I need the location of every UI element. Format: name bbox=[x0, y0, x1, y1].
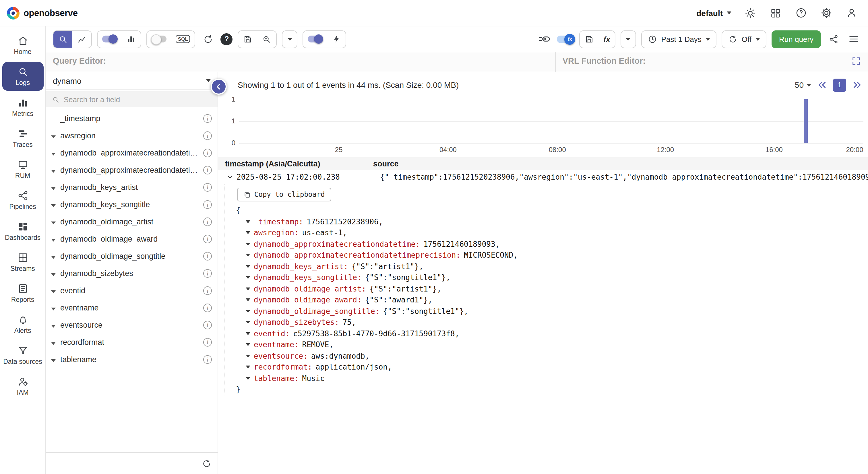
current-page-button[interactable]: 1 bbox=[833, 78, 846, 92]
stream-select[interactable]: dynamo bbox=[46, 72, 218, 90]
query-help-icon[interactable]: ? bbox=[221, 33, 233, 45]
collapse-triangle-icon[interactable] bbox=[246, 220, 250, 223]
sidebar-item-logs[interactable]: Logs bbox=[2, 62, 43, 91]
collapse-triangle-icon[interactable] bbox=[246, 321, 250, 324]
chevron-down-icon[interactable] bbox=[51, 338, 57, 346]
collapse-triangle-icon[interactable] bbox=[246, 377, 250, 380]
reset-query-icon[interactable] bbox=[200, 30, 216, 48]
copy-to-clipboard-button[interactable]: Copy to clipboard bbox=[237, 188, 331, 201]
sidebar-item-rum[interactable]: RUM bbox=[2, 155, 43, 184]
field-list-item[interactable]: awsregion i bbox=[46, 127, 218, 144]
account-person-icon[interactable] bbox=[845, 7, 858, 19]
json-key[interactable]: awsregion: bbox=[254, 227, 299, 239]
collapse-triangle-icon[interactable] bbox=[246, 343, 250, 346]
histogram-toggle[interactable] bbox=[98, 31, 122, 48]
json-key[interactable]: dynamodb_approximatecreationdatetime: bbox=[254, 239, 420, 250]
field-list-item[interactable]: dynamodb_approximatecreationdatetime i bbox=[46, 144, 218, 161]
field-info-icon[interactable]: i bbox=[203, 355, 212, 364]
json-key[interactable]: eventid: bbox=[254, 328, 290, 339]
field-list-item[interactable]: dynamodb_keys_artist i bbox=[46, 179, 218, 196]
sidebar-item-streams[interactable]: Streams bbox=[2, 248, 43, 277]
field-info-icon[interactable]: i bbox=[203, 234, 212, 243]
collapse-fields-panel-button[interactable] bbox=[211, 78, 227, 95]
saved-searches-button[interactable] bbox=[257, 31, 276, 48]
chevron-down-icon[interactable] bbox=[51, 320, 57, 329]
previous-page-icon[interactable] bbox=[817, 80, 827, 90]
chevron-down-icon[interactable] bbox=[51, 217, 57, 226]
settings-gear-icon[interactable] bbox=[820, 7, 832, 19]
collapse-triangle-icon[interactable] bbox=[246, 355, 250, 357]
field-info-icon[interactable]: i bbox=[203, 148, 212, 157]
log-row[interactable]: 2025-08-25 17:02:00.238 {"_timestamp":17… bbox=[218, 170, 868, 184]
json-key[interactable]: dynamodb_oldimage_award: bbox=[254, 294, 362, 306]
field-info-icon[interactable]: i bbox=[203, 217, 212, 226]
field-info-icon[interactable]: i bbox=[203, 114, 212, 123]
json-key[interactable]: dynamodb_keys_songtitle: bbox=[254, 272, 362, 283]
sidebar-item-iam[interactable]: IAM bbox=[2, 372, 43, 401]
next-page-icon[interactable] bbox=[852, 80, 862, 90]
collapse-triangle-icon[interactable] bbox=[246, 276, 250, 279]
collapse-triangle-icon[interactable] bbox=[246, 310, 250, 313]
chevron-down-icon[interactable] bbox=[51, 200, 57, 209]
chevron-down-icon[interactable] bbox=[51, 355, 57, 364]
field-info-icon[interactable]: i bbox=[203, 200, 212, 209]
collapse-triangle-icon[interactable] bbox=[246, 231, 250, 234]
field-list-item[interactable]: dynamodb_oldimage_award i bbox=[46, 230, 218, 247]
vrl-function-toggle[interactable]: fx bbox=[557, 35, 575, 43]
save-function-button[interactable] bbox=[580, 31, 599, 48]
share-icon[interactable] bbox=[826, 30, 841, 48]
field-list-item[interactable]: eventid i bbox=[46, 282, 218, 299]
saved-search-dropdown[interactable] bbox=[282, 30, 298, 48]
field-info-icon[interactable]: i bbox=[203, 286, 212, 295]
column-header-timestamp[interactable]: timestamp (Asia/Calcutta) bbox=[218, 159, 373, 168]
field-info-icon[interactable]: i bbox=[203, 252, 212, 260]
field-info-icon[interactable]: i bbox=[203, 320, 212, 329]
collapse-triangle-icon[interactable] bbox=[246, 254, 250, 257]
run-query-button[interactable]: Run query bbox=[772, 30, 821, 48]
sidebar-item-data-sources[interactable]: Data sources bbox=[2, 341, 43, 370]
field-list-item[interactable]: eventsource i bbox=[46, 316, 218, 334]
auto-refresh-selector[interactable]: Off bbox=[722, 30, 766, 48]
chevron-down-icon[interactable] bbox=[51, 252, 57, 260]
sql-mode-toggle[interactable] bbox=[147, 31, 171, 48]
vrl-function-editor[interactable]: VRL Function Editor: bbox=[556, 52, 868, 72]
sidebar-item-metrics[interactable]: Metrics bbox=[2, 93, 43, 122]
chevron-down-icon[interactable] bbox=[51, 269, 57, 278]
field-info-icon[interactable]: i bbox=[203, 338, 212, 346]
fullscreen-icon[interactable] bbox=[851, 56, 861, 66]
json-key[interactable]: dynamodb_keys_artist: bbox=[254, 261, 348, 272]
field-search-input[interactable] bbox=[64, 95, 212, 103]
histogram-chart[interactable]: 1 1 0 25 04:00 bbox=[218, 99, 863, 157]
page-size-selector[interactable]: 50 bbox=[795, 80, 811, 90]
sidebar-item-traces[interactable]: Traces bbox=[2, 124, 43, 153]
row-expand-icon[interactable] bbox=[226, 173, 237, 181]
collapse-triangle-icon[interactable] bbox=[246, 332, 250, 335]
field-list-item[interactable]: dynamodb_oldimage_songtitle i bbox=[46, 247, 218, 264]
json-key[interactable]: eventname: bbox=[254, 339, 299, 350]
sidebar-item-alerts[interactable]: Alerts bbox=[2, 310, 43, 339]
field-info-icon[interactable]: i bbox=[203, 165, 212, 174]
field-list-item[interactable]: tablename i bbox=[46, 351, 218, 368]
field-list-item[interactable]: _timestamp i bbox=[46, 109, 218, 127]
function-dropdown[interactable] bbox=[621, 30, 636, 48]
field-info-icon[interactable]: i bbox=[203, 269, 212, 278]
collapse-triangle-icon[interactable] bbox=[246, 243, 250, 246]
chevron-down-icon[interactable] bbox=[51, 165, 57, 174]
json-key[interactable]: dynamodb_sizebytes: bbox=[254, 317, 339, 328]
field-info-icon[interactable]: i bbox=[203, 183, 212, 191]
field-list-item[interactable]: dynamodb_approximatecreationdatetimeprec… bbox=[46, 161, 218, 179]
field-info-icon[interactable]: i bbox=[203, 303, 212, 312]
field-list-item[interactable]: dynamodb_oldimage_artist i bbox=[46, 213, 218, 230]
apps-grid-icon[interactable] bbox=[769, 7, 782, 19]
chevron-down-icon[interactable] bbox=[51, 183, 57, 191]
chevron-down-icon[interactable] bbox=[51, 303, 57, 312]
search-mode-button[interactable] bbox=[53, 31, 72, 48]
refresh-fields-icon[interactable] bbox=[202, 458, 212, 469]
collapse-triangle-icon[interactable] bbox=[246, 287, 250, 290]
field-list-item[interactable]: recordformat i bbox=[46, 334, 218, 351]
sidebar-item-reports[interactable]: Reports bbox=[2, 279, 43, 308]
chevron-down-icon[interactable] bbox=[51, 286, 57, 295]
json-key[interactable]: dynamodb_oldimage_songtitle: bbox=[254, 306, 379, 317]
field-list-item[interactable]: dynamodb_keys_songtitle i bbox=[46, 196, 218, 213]
collapse-triangle-icon[interactable] bbox=[246, 265, 250, 268]
